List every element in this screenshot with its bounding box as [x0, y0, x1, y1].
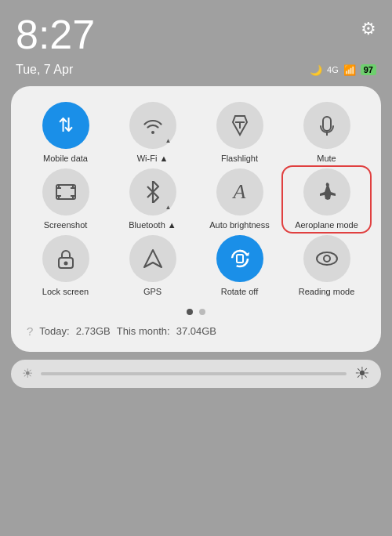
brightness-min-icon: ☀	[22, 366, 33, 381]
svg-marker-15	[144, 250, 162, 267]
dot-2[interactable]	[199, 309, 205, 315]
mute-label: Mute	[317, 154, 336, 164]
auto-brightness-label: Auto brightness	[209, 220, 269, 230]
mobile-data-label: Mobile data	[43, 154, 88, 164]
brightness-bar[interactable]: ☀ ☀	[11, 360, 381, 388]
tile-mute[interactable]: Mute	[285, 102, 368, 164]
svg-point-14	[64, 262, 67, 266]
tile-wifi[interactable]: ▲ Wi-Fi ▲	[111, 102, 194, 164]
date-display: Tue, 7 Apr	[16, 63, 73, 77]
screenshot-icon	[42, 168, 89, 215]
status-bar: 8:27 ⚙	[0, 0, 392, 61]
signal-4g-icon: 4G	[327, 65, 339, 74]
reading-mode-label: Reading mode	[299, 287, 355, 297]
dot-1[interactable]	[187, 309, 193, 315]
time-display: 8:27	[16, 14, 95, 55]
data-usage-icon: ?	[27, 324, 33, 338]
auto-brightness-icon: A	[216, 168, 263, 215]
mobile-data-icon: ⇅	[42, 102, 89, 149]
quick-panel: ⇅ Mobile data ▲ Wi-Fi ▲	[11, 86, 381, 352]
aeroplane-mode-icon	[303, 168, 350, 215]
today-value: 2.73GB	[76, 325, 111, 337]
tile-rotate-off[interactable]: Rotate off	[198, 235, 281, 297]
tile-mobile-data[interactable]: ⇅ Mobile data	[24, 102, 107, 164]
tile-aeroplane-mode[interactable]: Aeroplane mode	[285, 168, 368, 230]
mute-icon	[303, 102, 350, 149]
signal-bars-icon: 📶	[343, 64, 356, 76]
bluetooth-label: Bluetooth ▲	[129, 220, 176, 230]
moon-icon: 🌙	[310, 64, 322, 76]
rotate-off-label: Rotate off	[221, 287, 259, 297]
svg-point-19	[317, 252, 337, 265]
brightness-max-icon: ☀	[354, 364, 370, 384]
tile-flashlight[interactable]: Flashlight	[198, 102, 281, 164]
rotate-off-icon	[216, 235, 263, 282]
tile-auto-brightness[interactable]: A Auto brightness	[198, 168, 281, 230]
reading-mode-icon	[303, 235, 350, 282]
lock-screen-label: Lock screen	[42, 287, 89, 297]
tile-lock-screen[interactable]: Lock screen	[24, 235, 107, 297]
svg-point-20	[324, 255, 330, 262]
gps-icon	[129, 235, 176, 282]
lock-screen-icon	[42, 235, 89, 282]
month-label: This month:	[117, 325, 170, 337]
bluetooth-icon: ▲	[129, 168, 176, 215]
settings-icon[interactable]: ⚙	[361, 19, 376, 39]
tile-reading-mode[interactable]: Reading mode	[285, 235, 368, 297]
tile-gps[interactable]: GPS	[111, 235, 194, 297]
battery-indicator: 97	[361, 64, 376, 75]
wifi-label: Wi-Fi ▲	[137, 154, 169, 164]
flashlight-label: Flashlight	[221, 154, 258, 164]
aeroplane-mode-label: Aeroplane mode	[295, 220, 358, 230]
page-dots	[24, 309, 368, 315]
gps-label: GPS	[143, 287, 162, 297]
brightness-track[interactable]	[41, 372, 347, 375]
flashlight-icon	[216, 102, 263, 149]
data-usage-row: ? Today: 2.73GB This month: 37.04GB	[24, 323, 368, 339]
today-label: Today:	[39, 325, 69, 337]
tile-grid: ⇅ Mobile data ▲ Wi-Fi ▲	[24, 102, 368, 298]
svg-rect-18	[237, 255, 243, 263]
status-icons: 🌙 4G 📶 97	[310, 64, 376, 76]
screenshot-label: Screenshot	[44, 220, 88, 230]
tile-screenshot[interactable]: Screenshot	[24, 168, 107, 230]
wifi-icon: ▲	[129, 102, 176, 149]
month-value: 37.04GB	[176, 325, 216, 337]
tile-bluetooth[interactable]: ▲ Bluetooth ▲	[111, 168, 194, 230]
date-row: Tue, 7 Apr 🌙 4G 📶 97	[0, 61, 392, 86]
